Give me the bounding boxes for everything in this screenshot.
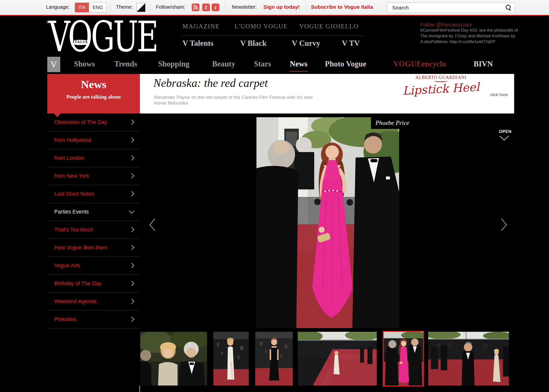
thumbnail-3[interactable] [255,332,293,386]
language-ita-button[interactable]: ITA [75,3,89,12]
ad-click-here-link[interactable]: click here [490,92,508,97]
chevron-right-icon [129,298,134,304]
sidebar-item-birthday-of-the-day[interactable]: Birthday of The Day [47,275,140,293]
nav-item-bivn[interactable]: BIVN [474,57,493,72]
chevron-right-icon [129,119,134,124]
chevron-right-icon [129,173,134,178]
sidebar-item-from-london[interactable]: from London [47,149,140,167]
ad-banner[interactable]: ALBERTO GUARDIANI Lipstick Heel [401,75,481,96]
twitter-icon[interactable]: t [212,3,219,11]
chevron-down-icon [499,135,509,141]
theme-label: Theme: [116,4,133,10]
sidebar-item-thats-too-much[interactable]: That's Too Much [47,221,140,239]
masthead-link-luomo-vogue[interactable]: L'UOMO VOGUE [235,23,288,30]
language-label: Language: [46,4,70,10]
article-header: Nebraska: the red carpet Alexander Payne… [140,74,514,113]
chevron-right-icon [129,245,134,250]
nav-item-shopping[interactable]: Shopping [158,57,189,72]
nav-item-beauty[interactable]: Beauty [212,57,235,72]
follow-share-label: Follow/share: [156,4,185,10]
article-subtitle: Alexander Payne on the red carpet of the… [154,94,316,106]
masthead-link-v-talents[interactable]: V Talents [183,39,213,48]
nav-item-news[interactable]: News [290,57,307,72]
sidebar-item-from-hollywood[interactable]: from Hollywood [47,131,140,149]
chevron-right-icon [500,218,507,231]
twitter-follow-link[interactable]: Follow @francasozzani [420,22,472,28]
prev-arrow[interactable] [149,218,156,232]
divider [225,3,226,12]
sidebar-item-how-vogue-likes-them[interactable]: How Vogue likes them [47,239,140,257]
masthead-link-magazine[interactable]: MAGAZINE [183,23,220,30]
thumbnail-4[interactable] [298,332,377,386]
thumbnail-6[interactable] [428,332,509,386]
facebook-icon[interactable]: f [202,3,210,11]
chevron-down-icon [129,208,134,213]
main-photo[interactable] [256,117,399,328]
next-arrow[interactable] [500,218,507,232]
language-toggle: ITA ENG [75,2,107,12]
page-bottom-divider [139,386,140,392]
thumbnail-2[interactable] [213,332,249,386]
chevron-left-icon [149,218,156,231]
vogue-logo[interactable]: VOGUE [49,16,157,58]
ad-brand-name: ALBERTO GUARDIANI [401,75,481,80]
rss-icon[interactable] [192,3,199,11]
newsletter-label: Newsletter: [232,4,257,10]
chevron-right-icon [129,316,134,322]
nav-item-trends[interactable]: Trends [114,57,137,72]
subscribe-link[interactable]: Subscribe to Vogue Italia [311,4,373,10]
nav-item-photo-vogue[interactable]: Photo Vogue [325,57,366,72]
chevron-right-icon [129,155,134,160]
thumbnail-5-selected[interactable] [384,332,423,386]
sidebar-item-last-short-notes[interactable]: Last Short Notes [47,185,140,203]
sidebar-item-parties-events[interactable]: Parties Events [47,203,140,221]
section-subtitle: People are talking about [47,94,140,100]
divider [306,3,306,12]
nav-item-stars[interactable]: Stars [254,57,271,72]
thumbnail-1[interactable] [140,332,207,386]
news-sidebar: Obsession of The Day from Hollywood from… [47,113,140,329]
nav-v-tab[interactable]: V [47,57,60,72]
section-banner: News People are talking about [47,74,140,113]
search-box [387,2,515,13]
masthead-link-v-black[interactable]: V Black [240,39,266,48]
newsletter-signup-link[interactable]: Sign up today! [263,4,300,10]
logo-italia-label: ITALIA [71,40,90,44]
sidebar-item-weekend-agenda[interactable]: Weekend Agenda [47,293,140,311]
sidebar-item-pinkettes[interactable]: Pinkettes [47,311,140,329]
sidebar-item-from-new-york[interactable]: from New York [47,167,140,185]
section-title: News [47,78,140,91]
masthead-link-v-curvy[interactable]: V Curvy [292,39,320,48]
nav-item-shows[interactable]: Shows [74,57,95,72]
thumbnail-strip [0,332,549,386]
ad-product-name: Lipstick Heel [401,80,481,98]
masthead-divider [182,36,364,36]
sidebar-item-obsession-of-the-day[interactable]: Obsession of The Day [47,113,140,131]
nav-item-vogueencyclo[interactable]: VOGUEencyclo [393,57,446,72]
language-eng-button[interactable]: ENG [89,3,106,12]
search-input[interactable] [392,4,500,12]
divider [150,3,150,12]
masthead-link-vogue-gioiello[interactable]: VOGUE GIOIELLO [299,23,359,30]
photo-caption: Phoebe Price [371,117,422,129]
chevron-right-icon [129,280,134,286]
chevron-right-icon [129,263,134,268]
theme-toggle-icon[interactable] [136,3,145,12]
search-icon[interactable] [506,5,511,10]
tweet-text: #CannesFilmFestival Day #10, see the pho… [420,27,520,45]
open-button[interactable]: OPEN [499,129,511,141]
chevron-right-icon [129,137,134,142]
masthead-link-v-tv[interactable]: V TV [342,39,360,48]
article-title: Nebraska: the red carpet [153,76,268,90]
sidebar-item-vogue-arts[interactable]: Vogue Arts [47,257,140,275]
chevron-right-icon [129,191,134,196]
divider [110,3,110,12]
chevron-right-icon [129,227,134,232]
